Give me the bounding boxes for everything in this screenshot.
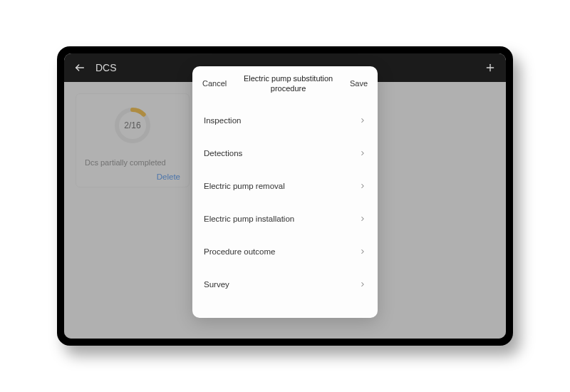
modal-item-inspection[interactable]: Inspection: [192, 104, 378, 137]
chevron-right-icon: [359, 180, 366, 192]
modal-item-label: Procedure outcome: [204, 247, 275, 256]
back-arrow-icon[interactable]: [74, 62, 86, 73]
topbar-left: DCS: [74, 62, 117, 73]
modal-title: Electric pump substitution procedure: [227, 73, 350, 94]
modal-item-survey[interactable]: Survey: [192, 268, 378, 301]
chevron-right-icon: [359, 278, 366, 291]
modal-item-electric-pump-removal[interactable]: Electric pump removal: [192, 170, 378, 202]
modal-header: Cancel Electric pump substitution proced…: [192, 66, 378, 101]
cancel-button[interactable]: Cancel: [202, 79, 227, 88]
device-frame: DCS 2/16: [57, 46, 513, 346]
modal-item-electric-pump-installation[interactable]: Electric pump installation: [192, 202, 378, 235]
modal-item-detections[interactable]: Detections: [192, 137, 378, 170]
modal-item-label: Detections: [204, 149, 242, 158]
chevron-right-icon: [359, 245, 366, 258]
modal-item-procedure-outcome[interactable]: Procedure outcome: [192, 235, 378, 268]
page-title: DCS: [95, 62, 117, 73]
chevron-right-icon: [359, 114, 366, 127]
chevron-right-icon: [359, 147, 366, 160]
modal-list: Inspection Detections Electric pump remo…: [192, 101, 378, 318]
modal-item-label: Survey: [204, 280, 229, 289]
modal-item-label: Inspection: [204, 116, 241, 125]
modal-overlay[interactable]: Cancel Electric pump substitution proced…: [64, 82, 506, 339]
modal-item-label: Electric pump removal: [204, 182, 285, 190]
screen: DCS 2/16: [64, 53, 506, 339]
save-button[interactable]: Save: [350, 79, 368, 88]
plus-icon[interactable]: [484, 62, 496, 73]
modal-item-label: Electric pump installation: [204, 215, 294, 223]
chevron-right-icon: [359, 212, 366, 225]
procedure-modal: Cancel Electric pump substitution proced…: [192, 66, 378, 318]
